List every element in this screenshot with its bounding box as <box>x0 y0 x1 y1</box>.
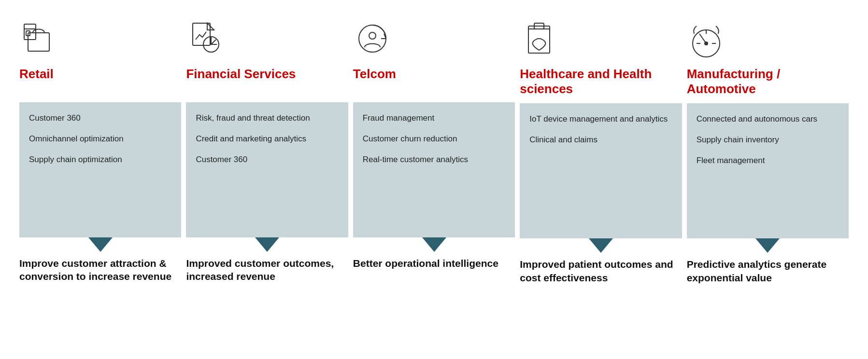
retail-item-0: Customer 360 <box>29 113 171 124</box>
financial-item-0: Risk, fraud and threat detection <box>196 113 338 124</box>
financial-card: Risk, fraud and threat detectionCredit a… <box>186 102 348 237</box>
svg-marker-14 <box>589 238 613 253</box>
chart-document-icon <box>186 14 225 63</box>
retail-card: Customer 360Omnichannel optimizationSupp… <box>19 102 181 237</box>
svg-point-9 <box>369 32 376 39</box>
financial-item-2: Customer 360 <box>196 154 338 166</box>
retail-outcome: Improve customer attraction & conversion… <box>19 257 181 283</box>
svg-rect-11 <box>528 26 550 53</box>
retail-arrow-down <box>19 237 181 252</box>
telcom-item-1: Customer churn reduction <box>363 134 505 145</box>
refresh-person-icon <box>353 14 392 63</box>
financial-title: Financial Services <box>186 67 296 96</box>
telcom-item-0: Fraud management <box>363 113 505 124</box>
column-financial: Financial ServicesRisk, fraud and threat… <box>186 14 348 283</box>
shopping-bag-icon <box>19 14 58 63</box>
svg-marker-7 <box>255 237 279 252</box>
clipboard-heart-icon <box>520 14 558 63</box>
speedometer-icon <box>687 14 726 63</box>
financial-arrow-down <box>186 237 348 252</box>
column-healthcare: Healthcare and Health sciencesIoT device… <box>520 14 682 284</box>
healthcare-outcome: Improved patient outcomes and cost effec… <box>520 258 682 284</box>
telcom-item-2: Real-time customer analytics <box>363 154 505 166</box>
manufacturing-card: Connected and autonomous carsSupply chai… <box>687 103 849 238</box>
financial-item-1: Credit and marketing analytics <box>196 134 338 145</box>
healthcare-title: Healthcare and Health sciences <box>520 67 682 97</box>
retail-item-2: Supply chain optimization <box>29 154 171 166</box>
svg-marker-10 <box>422 237 446 252</box>
financial-outcome: Improved customer outcomes, increased re… <box>186 257 348 283</box>
svg-marker-4 <box>88 237 113 252</box>
column-telcom: TelcomFraud managementCustomer churn red… <box>353 14 515 270</box>
healthcare-arrow-down <box>520 238 682 253</box>
column-manufacturing: Manufacturing / AutomotiveConnected and … <box>687 14 849 284</box>
svg-marker-21 <box>755 238 780 253</box>
svg-rect-0 <box>28 33 49 51</box>
manufacturing-item-0: Connected and autonomous cars <box>697 114 839 125</box>
retail-title: Retail <box>19 67 54 96</box>
healthcare-item-1: Clinical and claims <box>529 135 672 146</box>
telcom-arrow-down <box>353 237 515 252</box>
telcom-outcome: Better operational intelligence <box>353 257 498 270</box>
manufacturing-item-1: Supply chain inventory <box>697 135 839 146</box>
telcom-title: Telcom <box>353 67 396 96</box>
svg-line-17 <box>699 34 706 43</box>
telcom-card: Fraud managementCustomer churn reduction… <box>353 102 515 237</box>
manufacturing-arrow-down <box>687 238 849 253</box>
manufacturing-outcome: Predictive analytics generate exponentia… <box>687 258 849 284</box>
manufacturing-title: Manufacturing / Automotive <box>687 67 849 97</box>
healthcare-card: IoT device management and analyticsClini… <box>520 103 682 238</box>
manufacturing-item-2: Fleet management <box>697 155 839 166</box>
industry-columns: RetailCustomer 360Omnichannel optimizati… <box>19 14 849 284</box>
healthcare-item-0: IoT device management and analytics <box>529 114 672 125</box>
column-retail: RetailCustomer 360Omnichannel optimizati… <box>19 14 181 283</box>
retail-item-1: Omnichannel optimization <box>29 134 171 145</box>
